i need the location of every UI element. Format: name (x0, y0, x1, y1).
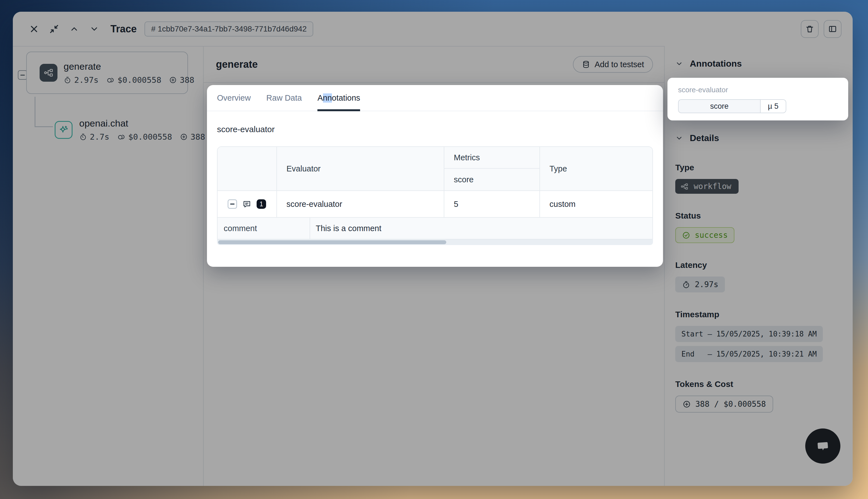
desktop-background: { "topbar": { "title": "Trace", "trace_i… (0, 0, 868, 499)
checkbox-indeterminate (230, 204, 234, 205)
header-evaluator: Evaluator (276, 147, 444, 191)
metric-name: score (679, 100, 761, 113)
tab-label-part: A (317, 93, 323, 102)
annotations-table: Evaluator Metrics score Type (217, 146, 653, 240)
trace-drawer: Trace # 1cbb70e7-34a1-7bb7-3498-771b7d46… (13, 12, 853, 486)
comment-row: comment This is a comment (218, 217, 652, 239)
cell-evaluator: score-evaluator (276, 191, 444, 217)
table-row[interactable]: 1 score-evaluator 5 custom (218, 191, 652, 217)
tab-annotations[interactable]: Annotations (310, 85, 368, 111)
cell-type: custom (540, 191, 652, 217)
comment-icon[interactable] (242, 199, 252, 209)
annotations-tab-card: Overview Raw Data Annotations score-eval… (207, 85, 663, 267)
header-metrics: Metrics (444, 147, 540, 169)
horizontal-scrollbar[interactable] (217, 240, 653, 245)
metric-aggregate: µ 5 (761, 100, 786, 113)
popover-evaluator-label: score-evaluator (678, 86, 837, 94)
tab-raw-data[interactable]: Raw Data (258, 85, 310, 111)
row-controls-cell: 1 (218, 191, 276, 217)
table-header: Evaluator Metrics score Type (218, 147, 652, 191)
tab-overview[interactable]: Overview (209, 85, 258, 111)
header-select-column (218, 147, 276, 191)
evaluator-section-title: score-evaluator (217, 125, 653, 134)
row-checkbox[interactable] (228, 199, 237, 209)
comment-value: This is a comment (310, 218, 652, 239)
tab-label-selection: nn (323, 93, 332, 102)
annotation-popover: score-evaluator score µ 5 (667, 78, 848, 120)
scrollbar-thumb[interactable] (218, 240, 446, 244)
tab-label-part: otations (332, 93, 360, 102)
header-metric-score: score (444, 169, 540, 191)
header-type: Type (540, 147, 652, 191)
cell-score: 5 (444, 191, 540, 217)
annotation-count-badge: 1 (257, 199, 266, 209)
span-tabs: Overview Raw Data Annotations (207, 85, 663, 111)
metric-pill[interactable]: score µ 5 (678, 99, 786, 113)
annotations-tab-content: score-evaluator Evaluator Metrics score … (207, 111, 663, 245)
comment-label: comment (218, 218, 310, 239)
